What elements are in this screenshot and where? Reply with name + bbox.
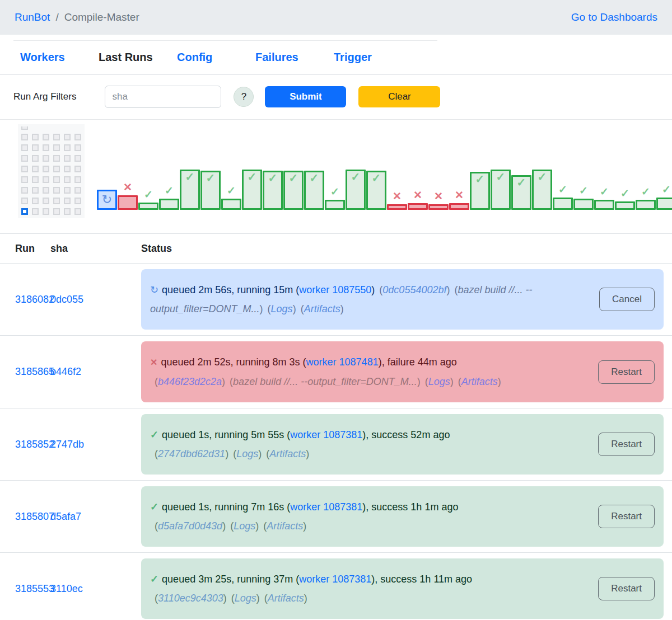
restart-button[interactable]: Restart (598, 360, 655, 384)
minimap-cell[interactable] (64, 144, 71, 151)
minimap-cell[interactable] (53, 144, 60, 151)
minimap-cell[interactable] (64, 187, 71, 194)
minimap-cell[interactable] (43, 187, 49, 194)
artifacts-link[interactable]: Artifacts (269, 448, 306, 459)
full-sha-link[interactable]: d5afa7d0d43d (158, 520, 222, 532)
minimap-cell[interactable] (53, 155, 60, 162)
history-bar[interactable]: ✓ (242, 170, 262, 210)
run-link[interactable]: 3185852 (15, 439, 54, 450)
minimap-cell[interactable] (43, 155, 49, 162)
minimap-cell[interactable] (74, 166, 81, 172)
minimap-cell[interactable] (53, 208, 60, 215)
minimap-cell[interactable] (21, 155, 28, 162)
tab-workers[interactable]: Workers (20, 51, 99, 64)
tab-last-runs[interactable]: Last Runs (99, 51, 177, 64)
history-bar[interactable] (553, 198, 573, 210)
minimap-cell[interactable] (53, 176, 60, 183)
sha-link[interactable]: d5afa7 (50, 511, 81, 522)
minimap-cell[interactable] (43, 134, 49, 140)
minimap-cell[interactable] (64, 155, 71, 162)
history-bar[interactable] (615, 201, 635, 210)
history-bar[interactable]: ✓ (200, 171, 221, 210)
minimap-cell[interactable] (21, 134, 28, 140)
sha-link[interactable]: 0dc055 (50, 294, 83, 305)
tab-failures[interactable]: Failures (255, 51, 334, 64)
tab-config[interactable]: Config (177, 51, 255, 64)
artifacts-link[interactable]: Artifacts (268, 593, 304, 604)
minimap-cell[interactable] (74, 134, 81, 140)
logs-link[interactable]: Logs (234, 520, 255, 532)
minimap-cell[interactable] (74, 155, 81, 162)
run-link[interactable]: 3185865 (15, 366, 54, 377)
minimap-cell[interactable] (74, 176, 81, 183)
history-bar[interactable]: ✓ (532, 170, 552, 210)
history-bar[interactable] (118, 195, 138, 210)
history-bar[interactable] (636, 200, 656, 210)
history-bar[interactable] (221, 199, 241, 210)
minimap-cell[interactable] (64, 208, 71, 215)
history-bar[interactable] (449, 203, 469, 210)
logs-link[interactable]: Logs (235, 593, 256, 604)
sha-link[interactable]: b446f2 (50, 366, 81, 377)
logs-link[interactable]: Logs (271, 303, 293, 314)
minimap-cell[interactable] (64, 198, 71, 204)
history-bar[interactable] (138, 203, 158, 210)
minimap-cell[interactable] (32, 198, 39, 204)
minimap-cell[interactable] (32, 187, 39, 194)
history-bar[interactable]: ✓ (346, 170, 366, 210)
history-bar[interactable] (594, 200, 614, 210)
worker-link[interactable]: worker 1087550 (299, 284, 371, 295)
tab-trigger[interactable]: Trigger (334, 51, 412, 64)
worker-link[interactable]: worker 1087381 (290, 501, 362, 513)
minimap-cell[interactable] (53, 198, 60, 204)
worker-link[interactable]: worker 1087381 (299, 574, 371, 585)
logs-link[interactable]: Logs (428, 376, 450, 387)
minimap-cell[interactable] (32, 134, 39, 140)
minimap-cell[interactable] (74, 187, 81, 194)
history-bar[interactable]: ✓ (304, 171, 324, 210)
minimap-cell[interactable] (53, 166, 60, 172)
help-button[interactable]: ? (234, 87, 254, 107)
history-bar[interactable]: ✓ (491, 170, 511, 210)
cancel-button[interactable]: Cancel (599, 288, 655, 311)
minimap-cell[interactable] (74, 198, 81, 204)
history-bar[interactable] (159, 199, 179, 210)
history-bar[interactable] (408, 203, 428, 210)
full-sha-link[interactable]: 3110ec9c4303 (158, 593, 223, 604)
minimap-cell[interactable] (64, 134, 71, 140)
minimap-cell[interactable] (43, 144, 49, 151)
minimap-cell[interactable] (32, 166, 39, 172)
minimap-cell[interactable] (43, 166, 49, 172)
sha-link[interactable]: 3110ec (50, 583, 83, 594)
run-link[interactable]: 3185553 (15, 583, 54, 594)
restart-button[interactable]: Restart (598, 577, 655, 600)
minimap-cell[interactable] (32, 155, 39, 162)
minimap-cell[interactable] (21, 144, 28, 151)
clear-button[interactable]: Clear (358, 86, 440, 107)
run-link[interactable]: 3185807 (15, 511, 54, 522)
breadcrumb-brand-link[interactable]: RunBot (15, 11, 50, 24)
logs-link[interactable]: Logs (236, 448, 258, 459)
minimap-cell[interactable] (21, 198, 28, 204)
minimap-cell[interactable] (43, 198, 49, 204)
full-sha-link[interactable]: 0dc0554002bf (382, 284, 446, 295)
go-to-dashboards-link[interactable]: Go to Dashboards (571, 11, 657, 24)
artifacts-link[interactable]: Artifacts (461, 376, 498, 387)
artifacts-link[interactable]: Artifacts (304, 303, 340, 314)
history-bar[interactable]: ✓ (366, 171, 386, 210)
minimap-cell[interactable] (21, 166, 28, 172)
history-bar[interactable] (428, 204, 449, 210)
minimap-cell[interactable] (74, 208, 81, 215)
artifacts-link[interactable]: Artifacts (267, 520, 303, 532)
minimap-cell[interactable] (64, 166, 71, 172)
worker-link[interactable]: worker 1087481 (306, 356, 379, 368)
run-link[interactable]: 3186082 (15, 294, 54, 305)
sha-link[interactable]: 2747db (50, 439, 84, 450)
full-sha-link[interactable]: b446f23d2c2a (158, 376, 222, 387)
restart-button[interactable]: Restart (598, 433, 655, 456)
history-bar[interactable] (656, 198, 672, 210)
minimap-cell[interactable] (43, 176, 49, 183)
history-bar[interactable]: ✓ (180, 170, 200, 210)
history-bar[interactable]: ✓ (470, 172, 490, 210)
minimap-cell[interactable] (74, 144, 81, 151)
